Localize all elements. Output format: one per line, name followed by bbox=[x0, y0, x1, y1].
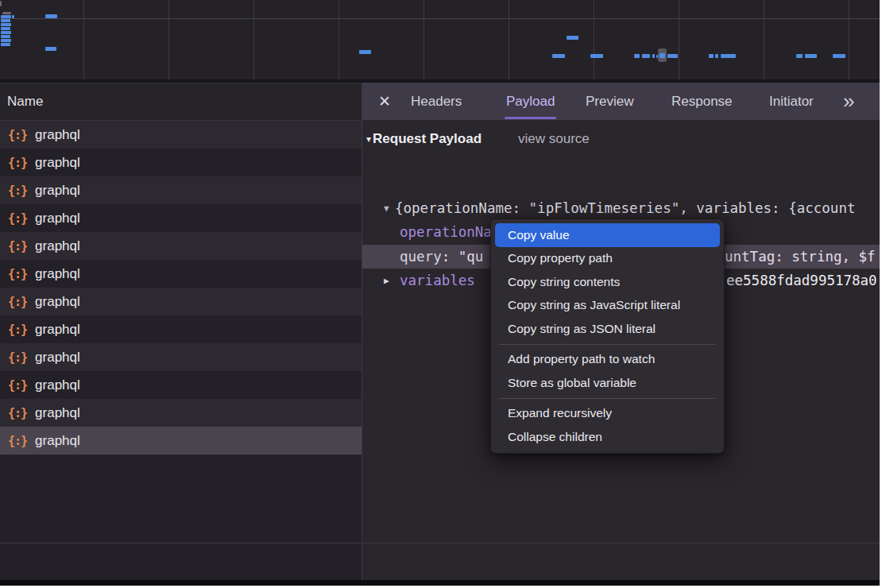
waterfall-bar[interactable] bbox=[796, 54, 803, 58]
summary-divider bbox=[0, 543, 880, 544]
waterfall-bar[interactable] bbox=[642, 54, 650, 58]
json-fetch-icon: {:} bbox=[8, 128, 27, 142]
waterfall-bar[interactable] bbox=[833, 54, 845, 58]
menu-item-copy-string-as-json-literal[interactable]: Copy string as JSON literal bbox=[495, 317, 720, 341]
request-name: graphql bbox=[35, 183, 80, 199]
network-request-row[interactable]: {:}graphql bbox=[0, 343, 362, 371]
more-tabs-chevron-icon[interactable]: » bbox=[843, 83, 854, 120]
menu-item-copy-property-path[interactable]: Copy property path bbox=[495, 247, 720, 271]
request-name: graphql bbox=[35, 155, 80, 171]
requests-panel: Name {:}graphql{:}graphql{:}graphql{:}gr… bbox=[0, 83, 362, 586]
waterfall-bar[interactable] bbox=[0, 1, 2, 6]
request-name: graphql bbox=[35, 377, 80, 393]
json-fetch-icon: {:} bbox=[8, 295, 27, 309]
waterfall-bar[interactable] bbox=[1, 35, 10, 38]
waterfall-bar[interactable] bbox=[2, 12, 11, 14]
waterfall-bar[interactable] bbox=[359, 50, 371, 54]
overview-gridline bbox=[338, 0, 339, 79]
overview-gridline bbox=[594, 0, 594, 79]
request-name: graphql bbox=[35, 211, 80, 226]
network-request-row[interactable]: {:}graphql bbox=[0, 232, 362, 260]
waterfall-bar[interactable] bbox=[12, 15, 14, 18]
request-name: graphql bbox=[35, 238, 80, 254]
detail-tab-bar: ✕ Headers Payload Preview Response Initi… bbox=[362, 83, 880, 120]
waterfall-bar[interactable] bbox=[45, 14, 57, 18]
json-fetch-icon: {:} bbox=[8, 323, 27, 337]
waterfall-bar[interactable] bbox=[660, 53, 665, 58]
menu-item-copy-string-as-javascript-literal[interactable]: Copy string as JavaScript literal bbox=[495, 294, 720, 318]
json-fetch-icon: {:} bbox=[8, 406, 27, 420]
network-request-row[interactable]: {:}graphql bbox=[0, 149, 362, 176]
waterfall-bar[interactable] bbox=[1, 15, 11, 18]
context-menu: Copy valueCopy property pathCopy string … bbox=[490, 219, 725, 454]
json-fetch-icon: {:} bbox=[8, 156, 27, 170]
request-name: graphql bbox=[35, 405, 80, 421]
menu-separator bbox=[499, 344, 716, 345]
collapse-arrow-icon[interactable]: ▶ bbox=[384, 276, 389, 286]
waterfall-bar[interactable] bbox=[1, 27, 10, 30]
menu-separator bbox=[499, 398, 716, 399]
overview-gridline bbox=[849, 0, 849, 79]
waterfall-bar[interactable] bbox=[567, 36, 578, 40]
waterfall-bar[interactable] bbox=[1, 23, 11, 26]
view-source-link[interactable]: view source bbox=[518, 131, 590, 147]
menu-item-collapse-children[interactable]: Collapse children bbox=[495, 425, 720, 449]
request-name: graphql bbox=[35, 322, 80, 338]
waterfall-bar[interactable] bbox=[715, 54, 718, 58]
menu-item-copy-string-contents[interactable]: Copy string contents bbox=[495, 270, 720, 294]
tab-preview[interactable]: Preview bbox=[586, 83, 633, 120]
tab-headers[interactable]: Headers bbox=[411, 83, 462, 120]
json-fetch-icon: {:} bbox=[8, 350, 27, 365]
waterfall-bar[interactable] bbox=[709, 54, 714, 58]
waterfall-bar[interactable] bbox=[721, 54, 736, 58]
network-request-row[interactable]: {:}graphql bbox=[0, 288, 362, 315]
json-fetch-icon: {:} bbox=[8, 239, 27, 253]
network-request-row[interactable]: {:}graphql bbox=[0, 315, 362, 343]
network-request-row[interactable]: {:}graphql bbox=[0, 260, 362, 288]
json-key: query bbox=[400, 249, 442, 265]
waterfall-bar[interactable] bbox=[590, 54, 603, 58]
network-request-row[interactable]: {:}graphql bbox=[0, 399, 362, 427]
network-request-row[interactable]: {:}graphql bbox=[0, 427, 362, 455]
waterfall-bar[interactable] bbox=[1, 39, 11, 42]
menu-item-copy-value[interactable]: Copy value bbox=[495, 223, 720, 247]
network-overview-timeline[interactable] bbox=[0, 0, 880, 79]
json-fetch-icon: {:} bbox=[8, 184, 27, 198]
overview-gridline bbox=[83, 0, 84, 79]
json-key: variables bbox=[400, 273, 475, 288]
close-icon[interactable]: ✕ bbox=[378, 83, 391, 120]
panel-splitter[interactable] bbox=[362, 83, 362, 586]
tab-initiator[interactable]: Initiator bbox=[769, 83, 814, 120]
waterfall-bar[interactable] bbox=[1, 19, 10, 22]
waterfall-bar[interactable] bbox=[652, 54, 655, 58]
overview-gridline bbox=[679, 0, 679, 79]
network-request-row[interactable]: {:}graphql bbox=[0, 204, 362, 232]
json-string-value-start: "qu bbox=[458, 249, 484, 265]
request-payload-section[interactable]: ▾ Request Payload view source bbox=[366, 131, 590, 147]
overview-gridline bbox=[168, 0, 169, 79]
menu-item-store-as-global-variable[interactable]: Store as global variable bbox=[495, 371, 720, 395]
network-request-row[interactable]: {:}graphql bbox=[0, 176, 362, 204]
waterfall-bar[interactable] bbox=[1, 43, 10, 46]
waterfall-bar[interactable] bbox=[45, 47, 56, 51]
devtools-network-panel: Name {:}graphql{:}graphql{:}graphql{:}gr… bbox=[0, 0, 880, 586]
tab-response[interactable]: Response bbox=[671, 83, 733, 120]
waterfall-bar[interactable] bbox=[667, 54, 678, 58]
section-collapse-icon[interactable]: ▾ bbox=[366, 133, 371, 145]
tab-payload[interactable]: Payload bbox=[506, 83, 555, 120]
waterfall-bar[interactable] bbox=[634, 54, 640, 58]
menu-item-add-property-path-to-watch[interactable]: Add property path to watch bbox=[495, 348, 720, 372]
network-request-row[interactable]: {:}graphql bbox=[0, 371, 362, 399]
name-column-header[interactable]: Name bbox=[0, 83, 362, 121]
json-root-row[interactable]: ▼ {operationName: "ipFlowTimeseries", va… bbox=[362, 196, 880, 220]
overview-horizontal-gridline bbox=[0, 18, 880, 19]
menu-item-expand-recursively[interactable]: Expand recursively bbox=[495, 402, 720, 426]
expand-arrow-icon[interactable]: ▼ bbox=[384, 203, 389, 214]
waterfall-bar[interactable] bbox=[805, 54, 817, 58]
waterfall-bar[interactable] bbox=[552, 54, 565, 58]
json-separator: : bbox=[442, 249, 458, 265]
window-bottom-edge bbox=[0, 580, 880, 586]
waterfall-bar[interactable] bbox=[1, 31, 11, 34]
overview-gridline bbox=[424, 0, 424, 79]
network-request-row[interactable]: {:}graphql bbox=[0, 121, 362, 149]
